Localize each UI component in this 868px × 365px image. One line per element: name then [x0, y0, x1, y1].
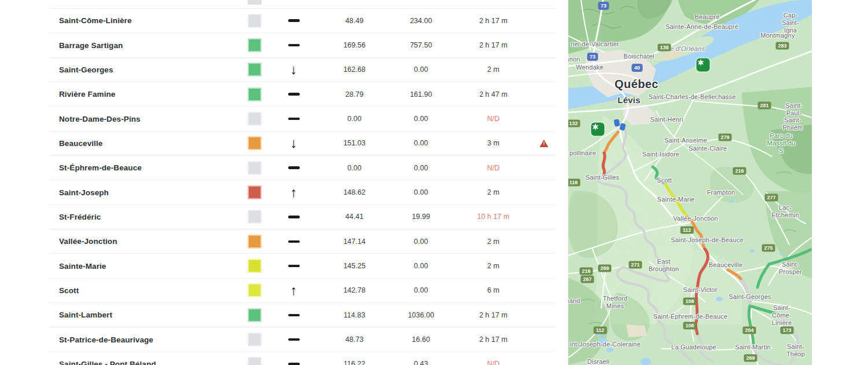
- route-shield: 132: [568, 120, 580, 127]
- warning-cell: [532, 140, 556, 147]
- park-icon[interactable]: [697, 59, 710, 72]
- status-swatch-cell: [243, 259, 266, 273]
- trend-cell: [266, 265, 321, 268]
- table-row[interactable]: Barrage Sartigan169.56757.502 h 17 m: [49, 33, 556, 57]
- status-swatch-cell: [243, 357, 266, 365]
- data-age: 2 h 17 m: [454, 41, 532, 49]
- flood-monitoring-dashboard: Saint-Côme-Linière48.49234.002 h 17 mBar…: [0, 0, 868, 365]
- waterfall-poi-icon[interactable]: [619, 123, 626, 131]
- table-row[interactable]: St-Éphrem-de-Beauce0.000.00N/D: [49, 156, 556, 180]
- level-value: 147.14: [321, 238, 388, 246]
- status-swatch-cell: [243, 161, 266, 175]
- route-shield: 277: [764, 194, 778, 202]
- route-shield: 283: [775, 42, 789, 50]
- place-label: Beaupré: [695, 13, 720, 21]
- flow-value: 0.00: [388, 115, 454, 123]
- level-value: 0.00: [321, 164, 388, 172]
- table-row[interactable]: St-Patrice-de-Beaurivage48.7316.602 h 17…: [49, 327, 556, 352]
- trend-cell: [266, 44, 321, 47]
- table-row[interactable]: Saint-Georges↓162.680.002 m: [49, 58, 556, 82]
- status-swatch-cell: [243, 14, 266, 28]
- place-label: La Guadeloupe: [671, 344, 716, 351]
- trend-flat-icon: [288, 338, 300, 341]
- level-value: 169.56: [321, 41, 388, 49]
- status-swatch: [248, 136, 262, 150]
- level-value: 28.79: [321, 90, 388, 98]
- data-age: N/D: [454, 360, 532, 365]
- route-shield: 116: [568, 179, 580, 187]
- park-icon[interactable]: [591, 123, 605, 136]
- table-row[interactable]: Saint-Lambert114.831036.002 h 17 m: [49, 303, 556, 327]
- level-value: 0.00: [321, 115, 388, 123]
- station-name: Vallée-Jonction: [49, 237, 243, 246]
- trend-flat-icon: [288, 166, 300, 169]
- place-label: Sainte-Claire: [689, 145, 727, 152]
- table-row[interactable]: Saint-Gilles - Pont Béland116.220.43N/D: [49, 352, 556, 365]
- place-label: Disraeli: [587, 358, 609, 365]
- route-shield: 275: [762, 244, 775, 252]
- data-age: 3 m: [454, 139, 532, 147]
- table-row[interactable]: Vallée-Jonction147.140.002 m: [49, 229, 556, 254]
- table-row[interactable]: Sainte-Marie145.250.002 m: [49, 254, 556, 278]
- table-row[interactable]: Beauceville↓151.030.003 m: [49, 132, 556, 156]
- data-age: N/D: [454, 164, 532, 172]
- place-label: Saint-Philém: [783, 116, 803, 132]
- trend-cell: [266, 216, 321, 218]
- status-swatch: [248, 235, 262, 249]
- place-label: Saint-Prosper: [779, 261, 802, 276]
- table-row[interactable]: Rivière Famine28.79161.902 h 47 m: [49, 82, 556, 107]
- place-label: Saint-Joseph-de-Beauce: [671, 236, 743, 244]
- route-shield: 279: [718, 134, 731, 141]
- route-shield: 267: [580, 276, 594, 283]
- level-value: 162.68: [321, 65, 388, 74]
- trend-up-icon: ↑: [290, 186, 297, 199]
- station-table: Saint-Côme-Linière48.49234.002 h 17 mBar…: [49, 0, 556, 365]
- status-swatch-cell: [243, 283, 266, 297]
- table-row[interactable]: Notre-Dame-Des-Pins0.000.00N/D: [49, 107, 556, 131]
- status-swatch-cell: [243, 87, 266, 101]
- place-label: Sainte-Marie: [657, 196, 695, 203]
- status-swatch: [248, 14, 262, 28]
- table-row[interactable]: Saint-Joseph↑148.620.002 m: [49, 180, 556, 205]
- route-shield: 173: [780, 327, 793, 334]
- trend-flat-icon: [288, 363, 300, 365]
- region-map[interactable]: riel-de-ValcartiernnonWendakeBoischatelB…: [568, 0, 812, 365]
- table-row[interactable]: St-Frédéric44.4119.9910 h 17 m: [49, 205, 556, 229]
- trend-flat-icon: [288, 265, 300, 268]
- place-label: int-Joseph-de-Coleraine: [570, 341, 641, 348]
- station-name: St-Éphrem-de-Beauce: [49, 163, 243, 172]
- flow-value: 0.00: [388, 286, 454, 294]
- level-value: 48.49: [321, 17, 388, 25]
- station-name: St-Frédéric: [49, 213, 243, 221]
- table-row-partial[interactable]: [49, 0, 556, 9]
- station-name: Rivière Famine: [49, 90, 243, 98]
- status-swatch: [248, 38, 262, 52]
- flow-value: 0.00: [388, 139, 454, 147]
- route-shield: 108: [683, 322, 696, 330]
- route-shield: 216: [579, 268, 593, 275]
- table-row[interactable]: Saint-Côme-Linière48.49234.002 h 17 m: [49, 9, 556, 33]
- data-age: 2 h 17 m: [454, 311, 532, 319]
- trend-flat-icon: [288, 216, 300, 218]
- place-label: Saint-Georges: [729, 293, 771, 301]
- place-label: Saint-Théop: [786, 343, 805, 358]
- trend-cell: [266, 240, 321, 243]
- flow-value: 19.99: [388, 213, 454, 221]
- flow-value: 0.00: [388, 188, 454, 196]
- flow-value: 0.00: [388, 164, 454, 172]
- status-swatch: [248, 185, 262, 199]
- place-label: Cap-Saint-Igna: [780, 12, 801, 35]
- place-label: Saint-Gilles: [586, 174, 620, 181]
- place-label: Saint-Paul-: [785, 102, 803, 117]
- flow-value: 161.90: [388, 90, 454, 98]
- table-row[interactable]: Scott↑142.780.006 m: [49, 279, 556, 303]
- data-age: 2 m: [454, 188, 532, 196]
- autoroute-shield: 73: [598, 2, 609, 10]
- route-shield: 271: [628, 261, 642, 269]
- place-label: Frampton: [707, 189, 735, 196]
- waterfall-poi-icon[interactable]: [614, 119, 620, 126]
- place-label: Montmagny: [760, 32, 795, 39]
- trend-cell: ↑: [266, 284, 321, 297]
- station-name: Saint-Côme-Linière: [49, 16, 243, 25]
- city-label: Québec: [615, 77, 659, 91]
